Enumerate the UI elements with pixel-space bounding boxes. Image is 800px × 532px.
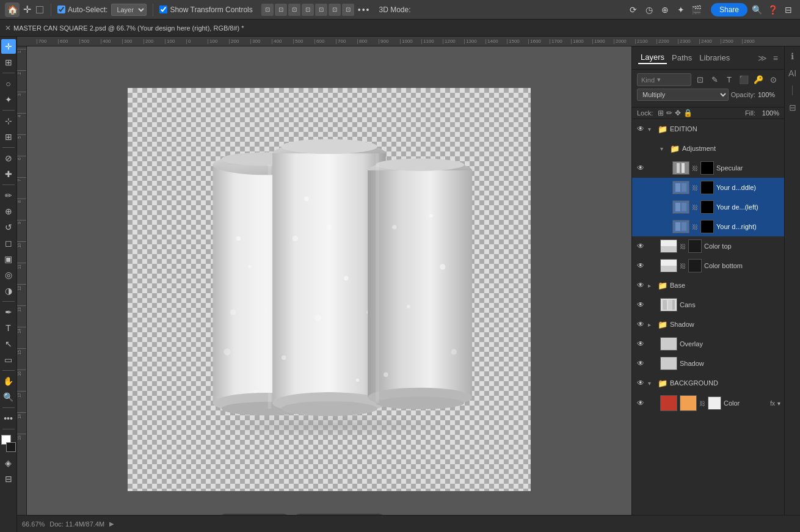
artboard-tool[interactable]: ⊞ <box>1 55 16 70</box>
healing-tool[interactable]: ✚ <box>1 167 16 181</box>
history-brush-tool[interactable]: ↺ <box>1 220 16 235</box>
dodge-tool[interactable]: ◑ <box>1 283 16 298</box>
eye-design-left[interactable]: 👁 <box>636 203 645 211</box>
chevron-adjustment[interactable]: ▾ <box>660 145 667 152</box>
path-select-tool[interactable]: ↖ <box>1 337 16 351</box>
eye-color-top[interactable]: 👁 <box>636 242 645 250</box>
clock-3d-icon[interactable]: ◷ <box>642 3 656 16</box>
layer-item-base[interactable]: 👁 ▸ 📁 Base <box>632 275 784 295</box>
layer-item-cans[interactable]: 👁 Cans <box>632 295 784 315</box>
color-swatches[interactable] <box>1 435 16 452</box>
layer-item-color-top[interactable]: 👁 ⛓ Color top <box>632 236 784 256</box>
eraser-tool[interactable]: ◻ <box>1 236 16 250</box>
lock-image-icon[interactable]: ✏ <box>666 109 672 117</box>
shape-tool[interactable]: ▭ <box>1 352 16 367</box>
brush-tool[interactable]: ✏ <box>1 188 16 203</box>
eye-shadow[interactable]: 👁 <box>636 359 645 368</box>
canvas-container[interactable]: ⊙ Select subject ✂ Remove background ⚑ ◎… <box>27 46 631 532</box>
layer-search[interactable]: Kind ▾ <box>637 73 691 86</box>
layer-item-color-bottom[interactable]: 👁 ⛓ Color bottom <box>632 256 784 275</box>
text-tool[interactable]: T <box>1 321 16 335</box>
stamp-tool[interactable]: ⊕ <box>1 204 16 219</box>
layer-item-shadow[interactable]: 👁 Shadow <box>632 354 784 373</box>
tab-title[interactable]: MASTER CAN SQUARE 2.psd @ 66.7% (Your de… <box>13 24 244 32</box>
home-button[interactable]: 🏠 <box>5 2 20 17</box>
eye-design-right[interactable]: 👁 <box>636 222 645 231</box>
search-icon[interactable]: 🔍 <box>750 3 763 16</box>
camera-icon[interactable]: 🎬 <box>690 3 704 16</box>
eye-overlay[interactable]: 👁 <box>636 340 645 348</box>
layer-item-adjustment[interactable]: 👁 ▾ 📁 Adjustment <box>632 139 784 158</box>
screen-mode-icon[interactable]: ⊟ <box>1 472 16 486</box>
axis-icon[interactable]: ⊕ <box>658 3 672 16</box>
eye-background-group[interactable]: 👁 <box>636 379 645 387</box>
eye-shadow-group[interactable]: 👁 <box>636 320 645 329</box>
layer-item-color[interactable]: 👁 ⛓ Color fx ▾ <box>632 393 784 414</box>
layer-item-edition[interactable]: 👁 ▾ 📁 EDITION <box>632 119 784 139</box>
layer-item-specular[interactable]: 👁 ⛓ S <box>632 158 784 178</box>
tab-paths[interactable]: Paths <box>669 52 694 64</box>
pen-tool[interactable]: ✒ <box>1 305 16 319</box>
eye-adjustment[interactable]: 👁 <box>636 144 645 153</box>
lock-position-icon[interactable]: ✥ <box>675 109 681 117</box>
quick-mask-icon[interactable]: ◈ <box>1 456 16 470</box>
panels-icon[interactable]: ⊟ <box>782 3 795 16</box>
move-tool[interactable]: ✛ <box>1 39 16 54</box>
layer-item-shadow-group[interactable]: 👁 ▸ 📁 Shadow <box>632 315 784 334</box>
arrows-3d-icon[interactable]: ✦ <box>674 3 688 16</box>
filter-shape-icon[interactable]: ⬛ <box>738 74 750 86</box>
eye-color[interactable]: 👁 <box>636 399 645 407</box>
auto-select-checkbox[interactable] <box>57 5 65 13</box>
fx-expand-icon[interactable]: ▾ <box>777 400 780 407</box>
layer-item-design-left[interactable]: 👁 ⛓ Y <box>632 197 784 217</box>
eye-edition[interactable]: 👁 <box>636 125 645 133</box>
chevron-base[interactable]: ▸ <box>648 282 655 289</box>
rotate-3d-icon[interactable]: ⟳ <box>627 3 640 16</box>
tab-close-icon[interactable]: ✕ <box>5 24 11 32</box>
align-bottom-icon[interactable]: ⊡ <box>329 4 341 16</box>
layer-item-design-right[interactable]: 👁 ⛓ Y <box>632 217 784 236</box>
layer-item-design-middle[interactable]: 👁 ⛓ Y <box>632 178 784 197</box>
share-button[interactable]: Share <box>711 3 747 16</box>
eye-color-bottom[interactable]: 👁 <box>636 261 645 270</box>
blend-mode-select[interactable]: Multiply <box>637 89 729 101</box>
panel-menu-icon[interactable]: ≡ <box>773 53 778 63</box>
layer-select[interactable]: Layer <box>111 4 147 16</box>
layer-item-background-group[interactable]: 👁 ▾ 📁 BACKGROUND <box>632 373 784 393</box>
more-options-icon[interactable]: ••• <box>358 5 371 15</box>
eye-base[interactable]: 👁 <box>636 281 645 290</box>
show-transform-checkbox[interactable] <box>159 5 167 13</box>
align-left-icon[interactable]: ⊡ <box>261 4 274 16</box>
chevron-shadow[interactable]: ▸ <box>648 321 655 328</box>
filter-adjustment-icon[interactable]: ✎ <box>708 74 721 86</box>
more-tools-icon[interactable]: ••• <box>1 411 16 426</box>
chevron-background[interactable]: ▾ <box>648 380 655 387</box>
zoom-tool[interactable]: 🔍 <box>1 390 16 404</box>
tab-layers[interactable]: Layers <box>638 51 667 64</box>
align-right-icon[interactable]: ⊡ <box>288 4 300 16</box>
info-arrow[interactable]: ▶ <box>109 520 114 527</box>
lock-all-icon[interactable]: 🔒 <box>683 109 693 117</box>
filter-toggle-icon[interactable]: ⊙ <box>767 74 779 86</box>
help-icon[interactable]: ❓ <box>766 3 779 16</box>
ai-icon[interactable]: AI <box>788 68 796 78</box>
eye-specular[interactable]: 👁 <box>636 164 645 172</box>
lock-transparency-icon[interactable]: ⊞ <box>658 109 664 117</box>
align-center-h-icon[interactable]: ⊡ <box>275 4 287 16</box>
magic-wand-tool[interactable]: ✦ <box>1 92 16 107</box>
lasso-tool[interactable]: ○ <box>1 76 16 91</box>
eye-design-middle[interactable]: 👁 <box>636 183 645 192</box>
filter-pixel-icon[interactable]: ⊡ <box>694 74 706 86</box>
panel-expand-icon[interactable]: ≫ <box>758 53 767 63</box>
blur-tool[interactable]: ◎ <box>1 268 16 282</box>
hand-tool[interactable]: ✋ <box>1 374 16 388</box>
eyedropper-tool[interactable]: ⊘ <box>1 151 16 166</box>
arrow-dropdown[interactable] <box>36 6 43 13</box>
eye-cans[interactable]: 👁 <box>636 301 645 309</box>
layer-item-overlay[interactable]: 👁 Overlay <box>632 334 784 354</box>
background-color[interactable] <box>6 442 16 452</box>
tab-libraries[interactable]: Libraries <box>697 52 732 64</box>
slice-tool[interactable]: ⊞ <box>1 129 16 144</box>
align-center-v-icon[interactable]: ⊡ <box>315 4 327 16</box>
chevron-edition[interactable]: ▾ <box>648 126 655 133</box>
